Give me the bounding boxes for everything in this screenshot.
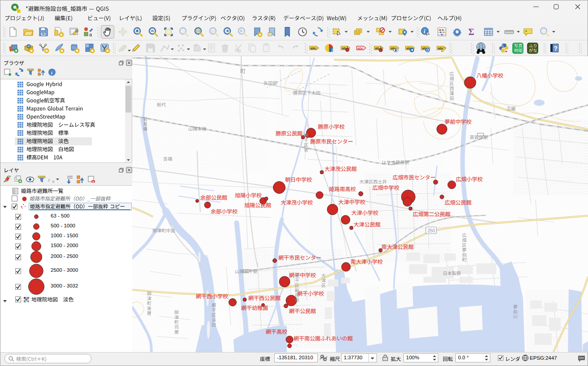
svg-text:ε: ε [48,176,51,183]
